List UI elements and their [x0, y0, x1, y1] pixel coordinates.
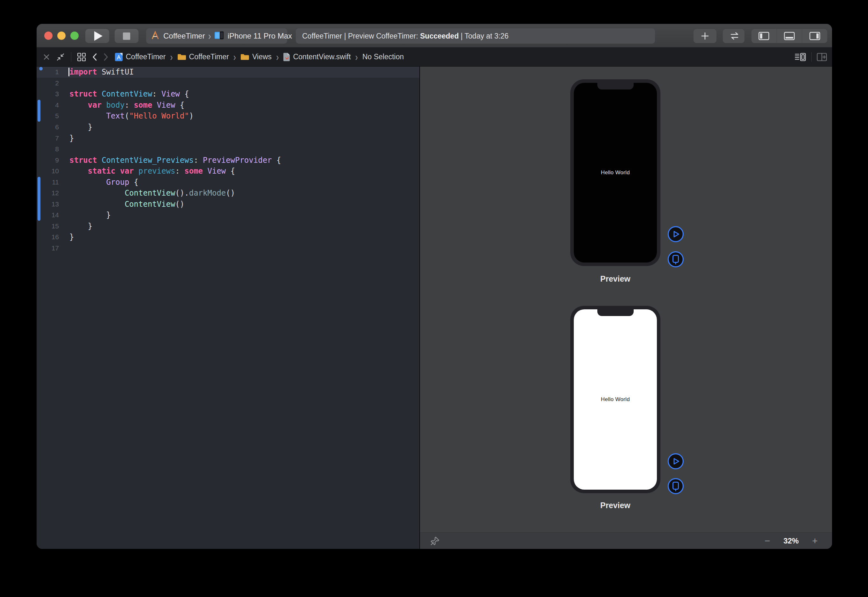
code-line[interactable]: 4 var body: some View { [37, 100, 419, 111]
swap-arrows-icon [728, 32, 739, 40]
code-line[interactable]: 5 Text("Hello World") [37, 111, 419, 122]
close-icon [43, 53, 50, 61]
pin-preview-button[interactable] [430, 536, 440, 547]
close-window-button[interactable] [44, 31, 53, 40]
go-forward-button[interactable] [103, 53, 109, 61]
window-controls [44, 24, 79, 47]
breadcrumb: CoffeeTimer›CoffeeTimer›Views›ContentVie… [115, 52, 404, 62]
code-line[interactable]: 17 [37, 243, 419, 254]
code-line[interactable]: 3struct ContentView: View { [37, 89, 419, 100]
preview-on-device-button[interactable] [667, 251, 684, 268]
preview-screen-light: Hello World [574, 309, 657, 490]
code-lines: 1import SwiftUI23struct ContentView: Vie… [37, 67, 419, 254]
zoom-in-button[interactable]: + [812, 536, 818, 546]
editor-pointer-button[interactable] [723, 29, 745, 43]
code-line[interactable]: 6 } [37, 122, 419, 133]
breadcrumb-label: ContentView.swift [293, 53, 351, 61]
zoom-level: 32% [783, 536, 798, 545]
code-line[interactable]: 11 Group { [37, 177, 419, 188]
plus-icon [701, 31, 710, 40]
chevron-right-icon [103, 53, 109, 61]
preview-screen-dark: Hello World [574, 83, 657, 263]
preview-on-device-button[interactable] [667, 478, 684, 495]
breadcrumb-label: No Selection [362, 53, 404, 61]
preview-label: Preview [570, 274, 661, 284]
related-items-button[interactable] [77, 53, 86, 61]
code-line[interactable]: 7} [37, 132, 419, 144]
line-number[interactable]: 3 [37, 90, 59, 98]
line-number[interactable]: 8 [37, 145, 59, 153]
toggle-debug-area-button[interactable] [777, 29, 802, 43]
add-editor-button[interactable] [817, 53, 827, 61]
line-number[interactable]: 17 [37, 244, 59, 252]
app-target-icon [151, 31, 160, 42]
code-text: ContentView() [59, 200, 184, 209]
project-icon [115, 52, 123, 62]
live-preview-button[interactable] [667, 453, 684, 470]
code-text: } [59, 123, 92, 132]
zoom-window-button[interactable] [70, 31, 79, 40]
focus-editor-button[interactable] [56, 52, 65, 62]
line-number[interactable]: 7 [37, 134, 59, 142]
code-line[interactable]: 16} [37, 232, 419, 243]
code-text: struct ContentView_Previews: PreviewProv… [59, 156, 281, 165]
preview-device-icon [667, 478, 684, 495]
chevron-left-icon [92, 53, 98, 61]
preview-device-light: Hello World [570, 306, 661, 493]
code-text: } [59, 222, 92, 231]
breadcrumb-item[interactable]: ContentView.swift [283, 53, 351, 61]
code-line[interactable]: 13 ContentView() [37, 199, 419, 210]
run-destination: iPhone 11 Pro Max [228, 31, 292, 40]
code-line[interactable]: 10 static var previews: some View { [37, 166, 419, 177]
code-text: } [59, 134, 74, 143]
live-preview-button[interactable] [667, 226, 684, 243]
line-number[interactable]: 10 [37, 167, 59, 175]
breadcrumb-item[interactable]: No Selection [362, 53, 404, 61]
go-back-button[interactable] [92, 53, 98, 61]
toolbar: CoffeeTimer › iPhone 11 Pro Max CoffeeTi… [37, 24, 832, 48]
breadcrumb-item[interactable]: CoffeeTimer [177, 53, 229, 61]
line-number[interactable]: 9 [37, 156, 59, 164]
scheme-selector[interactable]: CoffeeTimer › iPhone 11 Pro Max [146, 28, 287, 44]
editor-area: 1import SwiftUI23struct ContentView: Vie… [37, 67, 832, 549]
source-editor[interactable]: 1import SwiftUI23struct ContentView: Vie… [37, 67, 419, 549]
breadcrumb-label: CoffeeTimer [189, 53, 229, 61]
minimize-window-button[interactable] [57, 31, 65, 40]
change-bar [38, 177, 40, 221]
line-number[interactable]: 15 [37, 222, 59, 230]
code-line[interactable]: 9struct ContentView_Previews: PreviewPro… [37, 154, 419, 166]
close-editor-button[interactable] [43, 53, 50, 61]
change-dot [39, 67, 43, 70]
breadcrumb-item[interactable]: CoffeeTimer [115, 52, 166, 62]
line-number[interactable]: 2 [37, 79, 59, 87]
code-line[interactable]: 2 [37, 78, 419, 89]
code-line[interactable]: 14 } [37, 209, 419, 221]
preview-label: Preview [570, 501, 661, 510]
code-text: Text("Hello World") [59, 111, 194, 120]
code-line[interactable]: 8 [37, 144, 419, 155]
add-editor-icon [817, 53, 827, 61]
desktop: CoffeeTimer › iPhone 11 Pro Max CoffeeTi… [0, 0, 868, 597]
text-cursor [68, 68, 70, 76]
preview-device-icon [667, 251, 684, 268]
zoom-out-button[interactable]: − [764, 536, 770, 546]
editor-options-button[interactable] [795, 53, 806, 61]
toggle-inspector-button[interactable] [802, 29, 827, 43]
run-button[interactable] [85, 29, 109, 43]
code-text: Group { [59, 178, 139, 187]
code-line[interactable]: 15 } [37, 221, 419, 232]
toggle-navigator-button[interactable] [751, 29, 777, 43]
line-number[interactable]: 6 [37, 123, 59, 131]
breadcrumb-item[interactable]: Views [240, 53, 272, 61]
line-number[interactable]: 16 [37, 233, 59, 241]
library-button[interactable] [693, 29, 717, 43]
code-line[interactable]: 12 ContentView().darkMode() [37, 188, 419, 199]
workspace-panel-toggles [751, 29, 827, 43]
code-text: var body: some View { [59, 101, 184, 110]
swift-file-icon [283, 53, 290, 61]
device-notch [597, 83, 634, 89]
code-line[interactable]: 1import SwiftUI [37, 67, 419, 78]
code-text: import SwiftUI [59, 68, 134, 76]
jumpbar-right-divider [811, 52, 812, 62]
stop-button[interactable] [115, 29, 139, 43]
